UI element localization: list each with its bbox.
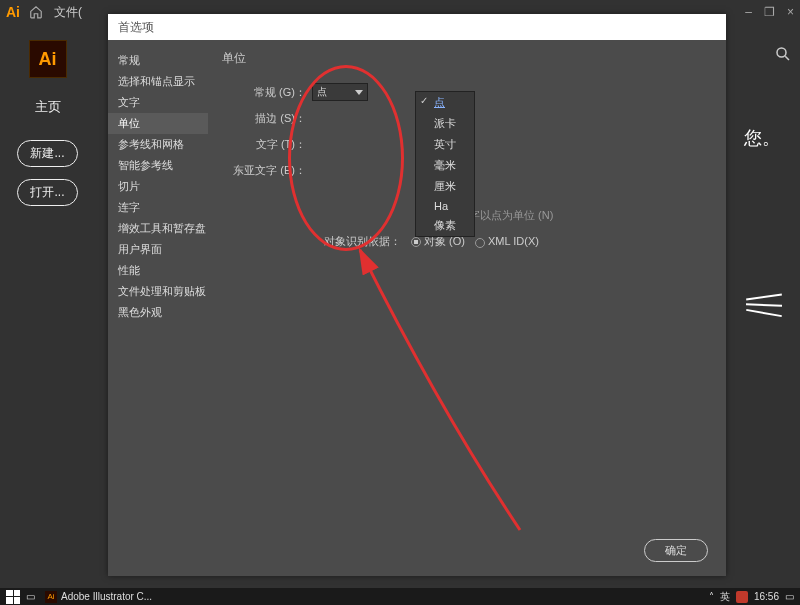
notification-icon[interactable]: ▭	[785, 591, 794, 602]
units-dropdown: 点 派卡 英寸 毫米 厘米 Ha 像素	[415, 91, 475, 237]
welcome-text-fragment: 您。	[744, 126, 780, 150]
home-icon[interactable]	[28, 4, 44, 20]
tray-sogou-icon[interactable]	[736, 591, 748, 603]
menu-file[interactable]: 文件(	[54, 4, 82, 21]
window-minimize[interactable]: –	[745, 5, 752, 19]
sidebar-item-hyphenation[interactable]: 连字	[108, 197, 208, 218]
dropdown-item-picas[interactable]: 派卡	[416, 113, 474, 134]
sidebar-item-smartguides[interactable]: 智能参考线	[108, 155, 208, 176]
dialog-title: 首选项	[108, 14, 726, 40]
label-type: 文字 (T)：	[222, 137, 312, 152]
new-button[interactable]: 新建...	[17, 140, 77, 167]
taskbar-app-title[interactable]: Adobe Illustrator C...	[61, 591, 152, 602]
window-close[interactable]: ×	[787, 5, 794, 19]
dropdown-item-mm[interactable]: 毫米	[416, 155, 474, 176]
svg-point-0	[777, 48, 786, 57]
sidebar-item-performance[interactable]: 性能	[108, 260, 208, 281]
dropdown-item-inches[interactable]: 英寸	[416, 134, 474, 155]
sidebar-item-units[interactable]: 单位	[108, 113, 208, 134]
ai-brand-small: Ai	[6, 4, 20, 20]
sidebar-item-selection[interactable]: 选择和锚点显示	[108, 71, 208, 92]
label-obj-id: 对象识别依据：	[324, 234, 401, 249]
sidebar-item-guides[interactable]: 参考线和网格	[108, 134, 208, 155]
radio-xmlid[interactable]: XML ID(X)	[475, 235, 539, 247]
sidebar-item-type[interactable]: 文字	[108, 92, 208, 113]
section-title: 单位	[222, 50, 712, 67]
ai-logo: Ai	[29, 40, 67, 78]
start-button[interactable]	[6, 590, 20, 604]
label-stroke: 描边 (S)：	[222, 111, 312, 126]
dialog-content: 单位 常规 (G)： 点 描边 (S)： 文字 (T)： 东亚文字 (E)： 数…	[208, 40, 726, 576]
label-general: 常规 (G)：	[222, 85, 312, 100]
illustration-lines	[746, 290, 782, 320]
chevron-down-icon	[355, 90, 363, 95]
dropdown-item-cm[interactable]: 厘米	[416, 176, 474, 197]
sidebar-item-general[interactable]: 常规	[108, 50, 208, 71]
taskbar-ai-icon[interactable]: Ai	[45, 591, 57, 603]
taskview-icon[interactable]: ▭	[26, 591, 35, 602]
dropdown-item-pixels[interactable]: 像素	[416, 215, 474, 236]
select-general-units[interactable]: 点	[312, 83, 368, 101]
svg-line-1	[785, 56, 789, 60]
dropdown-item-points[interactable]: 点	[416, 92, 474, 113]
ime-indicator[interactable]: 英	[720, 590, 730, 604]
left-rail: Ai 主页 新建... 打开...	[0, 24, 95, 588]
home-label[interactable]: 主页	[0, 98, 95, 116]
window-restore[interactable]: ❐	[764, 5, 775, 19]
sidebar-item-filehandling[interactable]: 文件处理和剪贴板	[108, 281, 208, 302]
select-value: 点	[317, 85, 327, 99]
dropdown-item-ha[interactable]: Ha	[416, 197, 474, 215]
tray-chevron-icon[interactable]: ˄	[709, 591, 714, 602]
sidebar-item-plugins[interactable]: 增效工具和暂存盘	[108, 218, 208, 239]
ok-button[interactable]: 确定	[644, 539, 708, 562]
sidebar-item-black[interactable]: 黑色外观	[108, 302, 208, 323]
open-button[interactable]: 打开...	[17, 179, 77, 206]
taskbar: ▭ Ai Adobe Illustrator C... ˄ 英 16:56 ▭	[0, 588, 800, 605]
clock[interactable]: 16:56	[754, 591, 779, 602]
preferences-dialog: 首选项 常规 选择和锚点显示 文字 单位 参考线和网格 智能参考线 切片 连字 …	[108, 14, 726, 576]
dialog-sidebar: 常规 选择和锚点显示 文字 单位 参考线和网格 智能参考线 切片 连字 增效工具…	[108, 40, 208, 576]
sidebar-item-ui[interactable]: 用户界面	[108, 239, 208, 260]
search-icon[interactable]	[774, 45, 792, 67]
sidebar-item-slices[interactable]: 切片	[108, 176, 208, 197]
label-asian: 东亚文字 (E)：	[222, 163, 312, 178]
